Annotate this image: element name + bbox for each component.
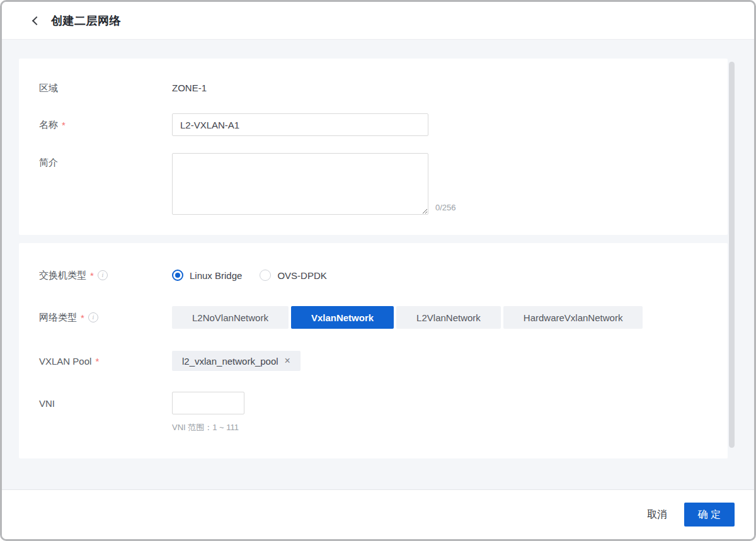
vni-label: VNI [19,392,172,414]
switch-type-row: 交换机类型 * i Linux Bridge OVS-DPDK [19,268,728,282]
cancel-button[interactable]: 取消 [647,508,667,521]
info-icon[interactable]: i [98,270,108,280]
network-type-options: L2NoVlanNetwork VxlanNetwork L2VlanNetwo… [172,306,643,329]
required-asterisk: * [90,270,94,281]
tag-remove-icon[interactable]: × [285,356,290,366]
radio-linux-bridge[interactable]: Linux Bridge [172,270,242,281]
dialog-header: 创建二层网络 [2,2,754,40]
vni-input[interactable] [172,392,244,414]
network-config-card: 交换机类型 * i Linux Bridge OVS-DPDK [19,243,728,458]
radio-icon [172,270,183,281]
network-type-l2vlan[interactable]: L2VlanNetwork [396,306,501,329]
switch-type-label: 交换机类型 * i [19,268,172,282]
description-textarea[interactable] [172,153,428,215]
network-type-l2novlan[interactable]: L2NoVlanNetwork [172,306,289,329]
required-asterisk: * [62,120,66,130]
create-l2-network-dialog: 创建二层网络 区域 ZONE-1 名称 * 简介 [0,0,756,541]
description-row: 简介 0/256 [19,153,728,217]
chevron-left-icon [32,16,41,25]
radio-icon [260,270,271,281]
vni-range-hint: VNI 范围：1 ~ 111 [172,422,244,433]
name-row: 名称 * [19,113,728,136]
vni-row: VNI VNI 范围：1 ~ 111 [19,392,728,433]
zone-value: ZONE-1 [172,81,207,95]
basic-info-card: 区域 ZONE-1 名称 * 简介 0/256 [19,59,728,235]
scrollbar-thumb[interactable] [729,62,735,448]
vxlan-pool-label: VXLAN Pool * [19,351,172,371]
vxlan-pool-tag[interactable]: l2_vxlan_network_pool × [172,351,301,371]
description-label: 简介 [19,153,172,172]
vni-field-group: VNI 范围：1 ~ 111 [172,392,244,433]
required-asterisk: * [95,356,99,367]
network-type-label: 网络类型 * i [19,306,172,329]
radio-ovs-dpdk[interactable]: OVS-DPDK [260,270,326,281]
form-scroll-area: 区域 ZONE-1 名称 * 简介 0/256 [2,40,754,489]
required-asterisk: * [81,312,84,323]
zone-row: 区域 ZONE-1 [19,81,728,95]
network-type-vxlan[interactable]: VxlanNetwork [291,306,394,329]
network-type-hardwarevxlan[interactable]: HardwareVxlanNetwork [503,306,643,329]
char-counter: 0/256 [435,203,456,212]
back-button[interactable] [28,14,42,28]
dialog-footer: 取消 确 定 [2,489,754,539]
confirm-button[interactable]: 确 定 [684,503,735,527]
description-textarea-wrap: 0/256 [172,153,428,217]
switch-type-radio-group: Linux Bridge OVS-DPDK [172,268,327,282]
vxlan-pool-row: VXLAN Pool * l2_vxlan_network_pool × [19,351,728,371]
network-type-row: 网络类型 * i L2NoVlanNetwork VxlanNetwork L2… [19,306,728,329]
name-input[interactable] [172,113,428,136]
info-icon[interactable]: i [88,312,98,322]
zone-label: 区域 [19,81,172,95]
page-title: 创建二层网络 [51,13,121,28]
name-label: 名称 * [19,113,172,136]
